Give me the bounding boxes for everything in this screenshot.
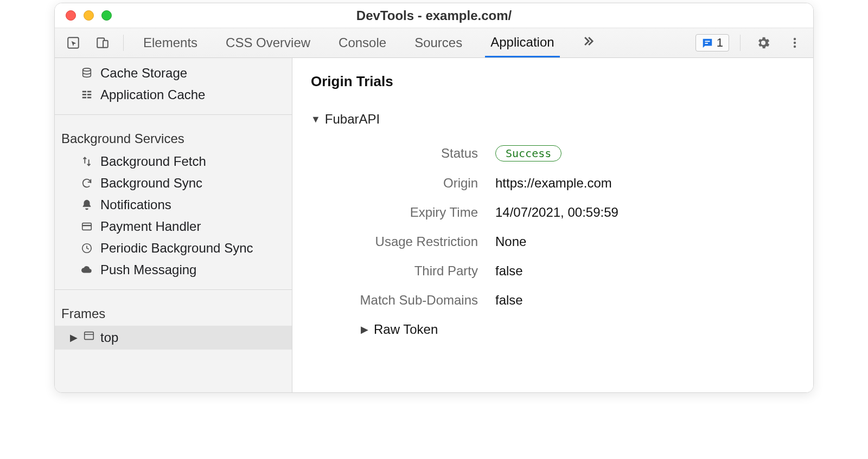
tabs-overflow-icon[interactable] xyxy=(577,34,599,52)
minimize-button[interactable] xyxy=(84,10,94,21)
traffic-lights xyxy=(66,10,112,21)
svg-point-5 xyxy=(794,38,796,40)
svg-rect-14 xyxy=(87,97,91,99)
gear-icon[interactable] xyxy=(751,32,775,54)
expand-right-icon: ▶ xyxy=(70,332,78,344)
cloud-icon xyxy=(80,264,94,276)
svg-rect-9 xyxy=(82,91,86,93)
sidebar-item-label: Background Sync xyxy=(100,176,202,191)
expand-right-icon: ▶ xyxy=(361,324,368,335)
raw-token-label: Raw Token xyxy=(374,322,438,337)
label-expiry: Expiry Time xyxy=(348,205,478,220)
main-toolbar: Elements CSS Overview Console Sources Ap… xyxy=(55,28,813,58)
value-third-party: false xyxy=(495,263,795,279)
sidebar-item-notifications[interactable]: Notifications xyxy=(55,194,292,216)
sidebar-item-frame-top[interactable]: ▶ top xyxy=(55,326,292,350)
sidebar-item-label: Notifications xyxy=(100,197,171,212)
svg-rect-3 xyxy=(705,41,710,42)
sidebar-item-label: Cache Storage xyxy=(100,66,187,81)
expand-down-icon: ▼ xyxy=(311,114,321,125)
kebab-menu-icon[interactable] xyxy=(783,32,807,54)
svg-rect-10 xyxy=(87,91,91,93)
trial-details: Status Success Origin https://example.co… xyxy=(348,145,795,337)
tab-css-overview[interactable]: CSS Overview xyxy=(220,28,316,57)
sidebar-item-label: Periodic Background Sync xyxy=(100,241,253,256)
titlebar: DevTools - example.com/ xyxy=(55,3,813,28)
toolbar-divider xyxy=(123,35,124,51)
svg-point-7 xyxy=(794,46,796,48)
sidebar-item-background-sync[interactable]: Background Sync xyxy=(55,172,292,194)
label-origin: Origin xyxy=(348,176,478,191)
sidebar-section-background: Background Services xyxy=(55,124,292,151)
svg-point-6 xyxy=(794,42,796,44)
svg-rect-11 xyxy=(82,94,86,95)
content-pane: Origin Trials ▼ FubarAPI Status Success … xyxy=(292,58,813,392)
row-expiry: Expiry Time 14/07/2021, 00:59:59 xyxy=(348,205,795,220)
svg-rect-2 xyxy=(103,41,108,48)
value-match-subdomains: false xyxy=(495,293,795,308)
svg-point-8 xyxy=(83,68,91,71)
svg-rect-12 xyxy=(87,94,91,95)
value-expiry: 14/07/2021, 00:59:59 xyxy=(495,205,795,220)
value-usage: None xyxy=(495,234,795,249)
issues-count: 1 xyxy=(717,36,723,50)
value-origin: https://example.com xyxy=(495,176,795,191)
sidebar-item-periodic-sync[interactable]: Periodic Background Sync xyxy=(55,237,292,259)
clock-icon xyxy=(80,242,94,254)
issues-icon xyxy=(701,37,713,49)
panel-tabs: Elements CSS Overview Console Sources Ap… xyxy=(138,28,599,57)
devtools-window: DevTools - example.com/ Elements CSS Ove… xyxy=(54,3,814,393)
sidebar-item-payment-handler[interactable]: Payment Handler xyxy=(55,216,292,237)
svg-rect-4 xyxy=(705,43,708,44)
sidebar-section-frames: Frames xyxy=(55,299,292,326)
sidebar-frames: Frames ▶ top xyxy=(55,294,292,350)
sidebar-divider xyxy=(55,114,292,115)
sidebar-item-background-fetch[interactable]: Background Fetch xyxy=(55,151,292,172)
svg-rect-13 xyxy=(82,97,86,99)
label-usage: Usage Restriction xyxy=(348,234,478,249)
tab-elements[interactable]: Elements xyxy=(138,28,203,57)
frame-icon xyxy=(83,330,95,345)
body: Cache Storage Application Cache Backgrou… xyxy=(55,58,813,392)
tab-console[interactable]: Console xyxy=(333,28,392,57)
sidebar-item-push-messaging[interactable]: Push Messaging xyxy=(55,259,292,281)
sidebar-item-cache-storage[interactable]: Cache Storage xyxy=(55,62,292,84)
row-usage: Usage Restriction None xyxy=(348,234,795,249)
sidebar-item-application-cache[interactable]: Application Cache xyxy=(55,84,292,106)
zoom-button[interactable] xyxy=(101,10,112,21)
credit-card-icon xyxy=(80,221,94,232)
label-match-subdomains: Match Sub-Domains xyxy=(348,293,478,308)
sidebar-item-label: Background Fetch xyxy=(100,154,206,169)
sidebar-item-label: Push Messaging xyxy=(100,262,196,277)
bell-icon xyxy=(80,199,94,211)
row-match-subdomains: Match Sub-Domains false xyxy=(348,293,795,308)
transfer-icon xyxy=(80,156,94,167)
sidebar-item-label: Application Cache xyxy=(100,87,205,102)
row-origin: Origin https://example.com xyxy=(348,176,795,191)
tab-sources[interactable]: Sources xyxy=(409,28,468,57)
row-status: Status Success xyxy=(348,145,795,161)
sidebar-divider xyxy=(55,289,292,290)
device-toolbar-icon[interactable] xyxy=(91,32,114,54)
svg-rect-17 xyxy=(85,332,94,340)
sync-icon xyxy=(80,177,94,189)
svg-rect-15 xyxy=(82,223,92,230)
sidebar: Cache Storage Application Cache Backgrou… xyxy=(55,58,292,392)
sidebar-item-label: Payment Handler xyxy=(100,219,201,234)
inspect-icon[interactable] xyxy=(61,32,85,54)
content-heading: Origin Trials xyxy=(311,73,795,90)
grid-icon xyxy=(80,89,94,101)
window-title: DevTools - example.com/ xyxy=(356,8,512,23)
label-status: Status xyxy=(348,146,478,161)
trial-expander[interactable]: ▼ FubarAPI xyxy=(311,112,795,127)
tab-application[interactable]: Application xyxy=(485,28,559,57)
sidebar-item-label: top xyxy=(100,330,118,345)
close-button[interactable] xyxy=(66,10,76,21)
raw-token-expander[interactable]: ▶ Raw Token xyxy=(361,322,795,337)
trial-name: FubarAPI xyxy=(325,112,380,127)
row-third-party: Third Party false xyxy=(348,263,795,279)
toolbar-divider-2 xyxy=(740,35,741,51)
issues-button[interactable]: 1 xyxy=(695,34,729,51)
status-badge: Success xyxy=(495,145,561,161)
sidebar-cache: Cache Storage Application Cache xyxy=(55,58,292,110)
